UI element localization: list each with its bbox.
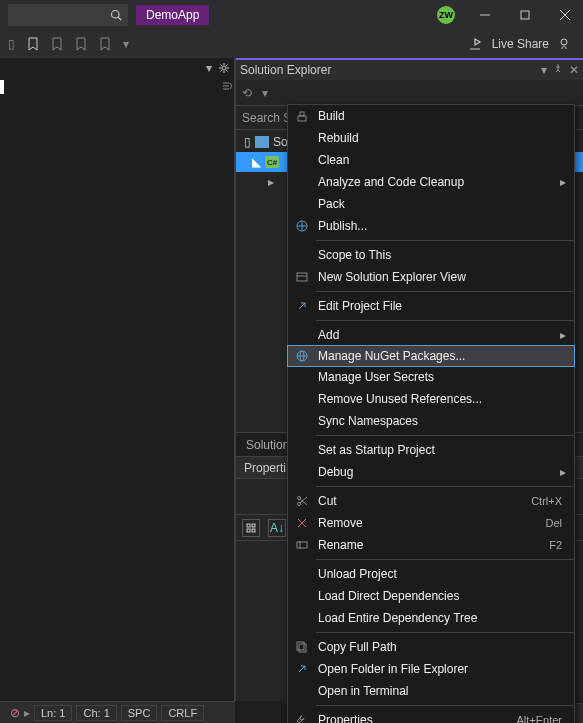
menu-item-new-solution-explorer-view[interactable]: New Solution Explorer View [288,266,574,288]
feedback-icon[interactable] [559,37,573,51]
menu-item-label: Manage NuGet Packages... [318,349,574,363]
menu-item-debug[interactable]: Debug▸ [288,461,574,483]
menu-item-label: Copy Full Path [318,640,574,654]
expand-icon[interactable]: ▸ [268,175,274,189]
menu-item-icon [294,110,310,122]
menu-item-build[interactable]: Build [288,105,574,127]
switch-views-icon[interactable]: ▾ [262,86,268,100]
menu-item-set-as-startup-project[interactable]: Set as Startup Project [288,439,574,461]
menu-separator [316,240,574,241]
menu-item-properties[interactable]: PropertiesAlt+Enter [288,709,574,723]
menu-item-rename[interactable]: RenameF2 [288,534,574,556]
svg-rect-13 [300,112,304,116]
avatar[interactable]: ZW [437,6,455,24]
menu-item-label: Cut [318,494,523,508]
menu-item-icon [294,539,310,551]
categorized-icon[interactable] [242,519,260,537]
secondary-toolbar: ▯ ▾ Live Share [0,30,583,58]
properties-title: Properti [244,461,286,475]
menu-item-remove[interactable]: RemoveDel [288,512,574,534]
svg-rect-8 [247,524,250,527]
svg-line-1 [118,17,121,20]
menu-item-label: New Solution Explorer View [318,270,574,284]
collapse-handle-icon[interactable] [220,80,232,92]
menu-item-label: Debug [318,465,574,479]
submenu-arrow-icon: ▸ [560,465,566,479]
bookmark-clear-icon[interactable] [99,37,111,51]
search-box[interactable] [8,4,128,26]
svg-rect-15 [297,273,307,281]
menu-item-edit-project-file[interactable]: Edit Project File [288,295,574,317]
menu-item-sync-namespaces[interactable]: Sync Namespaces [288,410,574,432]
dropdown-icon[interactable]: ▾ [541,63,547,77]
menu-item-copy-full-path[interactable]: Copy Full Path [288,636,574,658]
menu-item-icon [294,220,310,232]
svg-point-0 [112,11,120,19]
menu-item-open-in-terminal[interactable]: Open in Terminal [288,680,574,702]
menu-separator [316,559,574,560]
menu-item-label: Edit Project File [318,299,574,313]
menu-item-load-direct-dependencies[interactable]: Load Direct Dependencies [288,585,574,607]
menu-item-cut[interactable]: CutCtrl+X [288,490,574,512]
error-icon[interactable]: ⊘ [10,706,20,720]
svg-rect-26 [297,542,307,548]
menu-item-label: Remove [318,516,537,530]
svg-rect-3 [521,11,529,19]
menu-item-icon [294,350,310,362]
svg-rect-29 [297,642,304,650]
status-bar: ⊘ ▸ Ln: 1 Ch: 1 SPC CRLF [0,701,235,723]
menu-item-scope-to-this[interactable]: Scope to This [288,244,574,266]
close-icon[interactable]: ✕ [569,63,579,77]
menu-item-load-entire-dependency-tree[interactable]: Load Entire Dependency Tree [288,607,574,629]
menu-item-label: Set as Startup Project [318,443,574,457]
menu-item-label: Properties [318,713,508,723]
svg-rect-11 [252,529,255,532]
menu-item-label: Analyze and Code Cleanup [318,175,574,189]
status-spc[interactable]: SPC [121,705,158,721]
menu-item-clean[interactable]: Clean [288,149,574,171]
menu-item-manage-user-secrets[interactable]: Manage User Secrets [288,366,574,388]
home-icon[interactable]: ⟲ [242,86,252,100]
dropdown-caret-icon[interactable]: ▾ [123,37,129,51]
status-ln[interactable]: Ln: 1 [34,705,72,721]
minimize-button[interactable] [467,0,503,30]
maximize-button[interactable] [507,0,543,30]
close-button[interactable] [547,0,583,30]
toolbar-icon[interactable]: ▯ [8,37,15,51]
menu-item-shortcut: Del [545,517,574,529]
menu-item-analyze-and-code-cleanup[interactable]: Analyze and Code Cleanup▸ [288,171,574,193]
bookmark-icon[interactable] [27,37,39,51]
menu-item-label: Open Folder in File Explorer [318,662,574,676]
menu-item-unload-project[interactable]: Unload Project [288,563,574,585]
menu-item-shortcut: Ctrl+X [531,495,574,507]
menu-separator [316,435,574,436]
pin-icon[interactable] [553,63,563,73]
gear-icon[interactable] [218,62,230,74]
menu-item-publish[interactable]: Publish... [288,215,574,237]
menu-item-add[interactable]: Add▸ [288,324,574,346]
live-share-button[interactable]: Live Share [492,37,549,51]
menu-item-icon [294,714,310,723]
svg-rect-9 [252,524,255,527]
menu-separator [316,705,574,706]
csharp-icon: C# [265,156,279,168]
submenu-arrow-icon: ▸ [560,175,566,189]
bookmark-next-icon[interactable] [75,37,87,51]
status-crlf[interactable]: CRLF [161,705,204,721]
menu-item-open-folder-in-file-explorer[interactable]: Open Folder in File Explorer [288,658,574,680]
bookmark-prev-icon[interactable] [51,37,63,51]
menu-item-manage-nuget-packages[interactable]: Manage NuGet Packages... [287,345,575,367]
menu-item-icon [294,663,310,675]
menu-item-label: Open in Terminal [318,684,574,698]
menu-item-pack[interactable]: Pack [288,193,574,215]
editor-area[interactable]: ▾ [0,58,235,701]
menu-item-label: Rebuild [318,131,574,145]
menu-item-rebuild[interactable]: Rebuild [288,127,574,149]
svg-rect-12 [298,116,306,121]
chevron-down-icon[interactable]: ▾ [206,61,212,75]
status-ch[interactable]: Ch: 1 [76,705,116,721]
play-icon[interactable]: ▸ [24,706,30,720]
tree-label: So [273,135,288,149]
alphabetical-icon[interactable]: A↓ [268,519,286,537]
menu-item-remove-unused-references[interactable]: Remove Unused References... [288,388,574,410]
